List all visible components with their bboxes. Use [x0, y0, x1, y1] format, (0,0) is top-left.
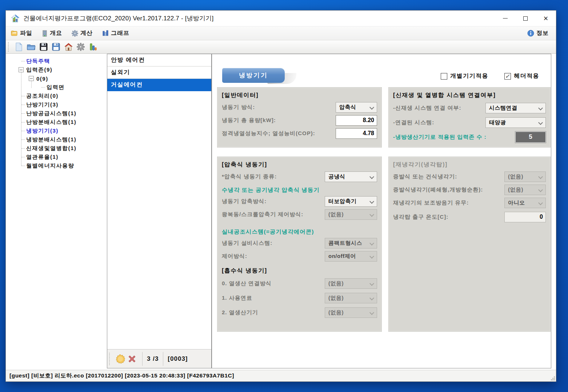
resize-grip[interactable]	[550, 376, 555, 380]
tree-item-heating-supply[interactable]: 난방공급시스템(1)	[6, 109, 107, 118]
fuel-used-value: (없음)	[328, 295, 344, 302]
tree-item-label: 공조처리(0)	[26, 93, 59, 100]
new-file-icon	[15, 43, 23, 51]
menu-info-label: 정보	[536, 29, 549, 37]
footer-grip[interactable]	[109, 353, 111, 365]
tree-item-cooling-equipment[interactable]: 냉방기기(3)	[6, 126, 107, 135]
general-data-group: [일반데이터] 냉동기 방식: 압축식 냉동기 총 용량[kW]: 정격냉열성능…	[217, 87, 382, 147]
recooler-group: [재냉각기(냉각탑)] 증발식 또는 건식냉각기: (없음) 증발식냉각기(폐쇄…	[388, 157, 551, 332]
total-capacity-label: 냉동기 총 용량[kW]:	[222, 117, 276, 124]
save-button[interactable]	[37, 41, 50, 52]
tree-item-zone-0[interactable]: 0(9)	[6, 74, 107, 83]
tree-item-label: 난방기기(3)	[26, 101, 59, 108]
compressor-method-select[interactable]: 터보압축기	[325, 196, 377, 207]
group-title-renewable: [신재생 및 열병합 시스템 연결여부]	[393, 92, 546, 99]
close-button[interactable]: ×	[536, 11, 556, 26]
menu-file-label: 파일	[20, 29, 32, 37]
menu-info[interactable]: 정보	[527, 29, 549, 37]
heat-generator-label: 2. 열생산기기	[222, 309, 258, 316]
applied-zones-count: 5	[515, 132, 546, 143]
device-list-panel: 안방 에어컨 실외기 거실에어컨 3 /3	[107, 54, 212, 368]
tree-item-heating-distribution[interactable]: 난방분배시스템(1)	[6, 118, 107, 126]
settings-button[interactable]	[75, 41, 87, 52]
checkbox-header-label: 헤더적용	[514, 72, 539, 80]
window-title: 건물에너지평가프로그램(ECO2_2020) Ver1.2017.122.7 -…	[23, 14, 213, 23]
cop-input[interactable]	[336, 128, 377, 139]
save-as-button[interactable]	[50, 41, 62, 52]
chart-button[interactable]	[87, 41, 99, 52]
evap-dry-cooler-select: (없음)	[504, 171, 546, 182]
tab-label: 냉방기기	[239, 71, 268, 80]
tree-item-cooling-distribution[interactable]: 냉방분배시스템(1)	[6, 135, 107, 144]
evap-cooler-circulation-value: (없음)	[508, 186, 523, 193]
device-list-item-label: 안방 에어컨	[111, 56, 145, 64]
tree-item-input-zone[interactable]: 입력존(9)	[6, 65, 107, 74]
menu-overview[interactable]: 개요	[42, 29, 62, 37]
checkbox-header-box[interactable]: ✓	[504, 73, 511, 80]
status-bar: [guest] [비보호] 리도하.eco [2017012200] [2023…	[6, 370, 556, 381]
device-list-item-label: 실외기	[111, 69, 130, 76]
graph-menu-icon	[102, 30, 109, 36]
add-device-button[interactable]	[115, 353, 126, 365]
settings-gear-icon	[77, 43, 85, 51]
new-file-button[interactable]	[13, 41, 25, 52]
tree-item-monthly-energy[interactable]: 월별에너지사용량	[6, 161, 107, 170]
group-title-general: [일반데이터]	[222, 92, 377, 99]
toolbar-grip[interactable]	[8, 42, 10, 52]
footer-divider	[142, 352, 143, 366]
tower-outlet-temp-input[interactable]	[504, 212, 546, 222]
collapse-expander-icon[interactable]	[29, 76, 34, 81]
collapse-expander-icon[interactable]	[19, 67, 24, 72]
compression-type-label: *압축식 냉동기 종류:	[222, 173, 277, 180]
maximize-button[interactable]	[515, 11, 536, 26]
tree-item-label: 열관류율(1)	[26, 154, 59, 161]
tool-bar	[6, 40, 556, 54]
renewable-connect-select[interactable]: 시스템연결	[485, 103, 546, 113]
control-method-select: on/off제어	[325, 251, 377, 262]
device-list-item[interactable]: 실외기	[107, 66, 211, 79]
aux-soundproof-select: 아니오	[504, 198, 546, 208]
menu-calc[interactable]: 계산	[72, 29, 93, 37]
heat-generator-value: (없음)	[328, 309, 344, 316]
tree-item-renewable-chp[interactable]: 신재생및열병합(1)	[6, 144, 107, 153]
maximize-icon	[523, 16, 528, 21]
checkbox-header-apply[interactable]: ✓ 헤더적용	[504, 72, 539, 80]
connected-system-value: 태양광	[489, 119, 506, 126]
open-folder-button[interactable]	[25, 41, 37, 52]
compression-type-select[interactable]: 공냉식	[325, 171, 377, 182]
compressor-method-value: 터보압축기	[328, 198, 357, 205]
compression-type-value: 공냉식	[328, 173, 345, 180]
control-method-value: on/off제어	[328, 253, 356, 260]
evap-cooler-circulation-label: 증발식냉각기(폐쇄형,개방형순환):	[393, 186, 483, 193]
device-list-item-selected[interactable]: 거실에어컨	[107, 79, 211, 91]
home-button[interactable]	[62, 41, 75, 52]
total-capacity-input[interactable]	[336, 115, 377, 126]
tree-item-u-value[interactable]: 열관류율(1)	[6, 153, 107, 161]
menu-file[interactable]: 파일	[11, 29, 32, 37]
tree-item-house[interactable]: 단독주택	[6, 57, 107, 65]
delete-x-icon	[127, 354, 137, 364]
refrigerator-method-select[interactable]: 압축식	[336, 102, 377, 113]
menu-graph[interactable]: 그래프	[102, 29, 129, 37]
tree-item-heating-equipment[interactable]: 난방기기(3)	[6, 100, 107, 109]
tree-item-input-face[interactable]: 입력면	[6, 83, 107, 92]
subheading-water-air-cooled: 수냉각 또는 공기냉각 압축식 냉동기	[222, 186, 377, 194]
connected-system-select[interactable]: 태양광	[485, 117, 546, 128]
delete-device-button[interactable]	[126, 353, 138, 365]
tree-item-label: 난방분배시스템(1)	[26, 119, 76, 126]
checkbox-individual-box[interactable]	[441, 73, 447, 80]
app-window: 건물에너지평가프로그램(ECO2_2020) Ver1.2017.122.7 -…	[5, 10, 556, 382]
device-list-item[interactable]: 안방 에어컨	[107, 54, 211, 66]
minimize-button[interactable]	[495, 11, 515, 26]
status-text: [guest] [비보호] 리도하.eco [2017012200] [2023…	[9, 372, 234, 380]
tree-item-label: 월별에너지사용량	[26, 162, 74, 169]
subheading-indoor-ac-system: 실내공조시스템(=공기냉각에어콘)	[222, 228, 377, 236]
add-badge-icon	[116, 354, 125, 364]
menu-bar: 파일 개요	[6, 27, 556, 40]
tree-item-air-handling[interactable]: 공조처리(0)	[6, 92, 107, 100]
tab-cooling-equipment[interactable]: 냉방기기	[222, 68, 285, 83]
close-icon: ×	[544, 15, 548, 23]
checkbox-individual-apply[interactable]: 개별기기적용	[441, 72, 488, 80]
menu-overview-label: 개요	[50, 29, 62, 37]
tree-item-label: 난방공급시스템(1)	[26, 110, 76, 117]
